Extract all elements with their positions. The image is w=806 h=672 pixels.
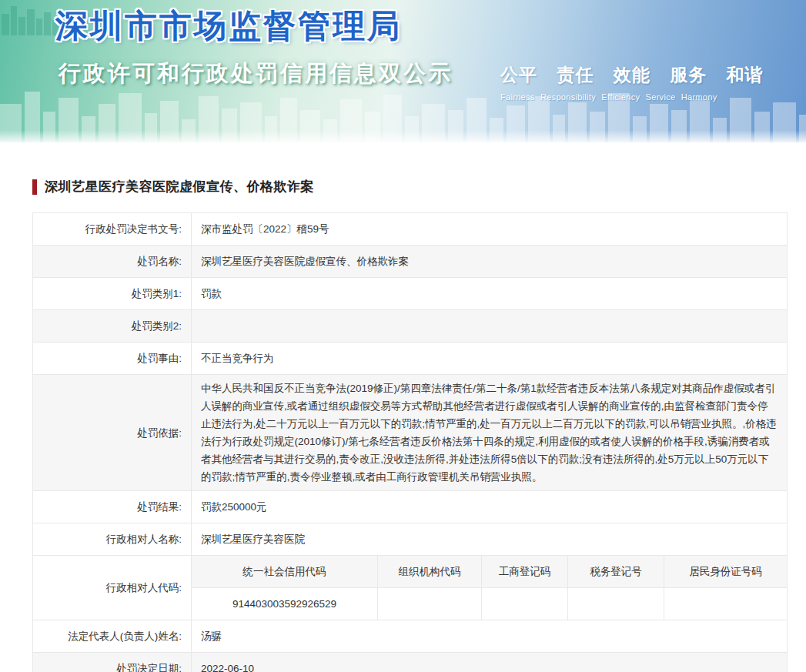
row-label: 处罚名称: — [33, 246, 192, 278]
main-content: 深圳艺星医疗美容医院虚假宣传、价格欺诈案 行政处罚决定书文号: 深市监处罚〔20… — [0, 178, 806, 672]
row-label: 处罚结果: — [33, 491, 192, 523]
code-column-header: 税务登记号 — [568, 556, 664, 588]
row-value: 中华人民共和国反不正当竞争法(2019修正)/第四章法律责任/第二十条/第1款经… — [192, 375, 788, 491]
table-row: 处罚事由: 不正当竞争行为 — [33, 343, 788, 375]
slogan-en: Fairness Responsibility Efficiency Servi… — [500, 92, 778, 102]
code-column-header: 工商登记码 — [482, 556, 568, 588]
table-row: 处罚依据: 中华人民共和国反不正当竞争法(2019修正)/第四章法律责任/第二十… — [33, 375, 788, 491]
row-value: 深圳艺星医疗美容医院 — [192, 523, 788, 556]
table-row: 处罚名称: 深圳艺星医疗美容医院虚假宣传、价格欺诈案 — [33, 246, 788, 278]
code-column-header: 组织机构代码 — [378, 556, 482, 588]
table-row: 处罚结果: 罚款250000元 — [33, 491, 788, 523]
row-value: 深圳艺星医疗美容医院虚假宣传、价格欺诈案 — [192, 246, 788, 278]
table-row: 行政处罚决定书文号: 深市监处罚〔2022〕稽59号 — [33, 213, 788, 246]
row-value: 2022-06-10 — [192, 653, 788, 672]
code-value: 914403003592926529 — [192, 588, 378, 620]
page-title: 深圳艺星医疗美容医院虚假宣传、价格欺诈案 — [45, 178, 314, 196]
page-title-row: 深圳艺星医疗美容医院虚假宣传、价格欺诈案 — [32, 178, 787, 196]
row-label: 处罚事由: — [33, 343, 192, 375]
row-label: 处罚类别1: — [33, 278, 192, 310]
row-value — [192, 310, 788, 343]
header-bottom-fade — [0, 130, 806, 142]
code-value — [482, 588, 568, 620]
code-value — [378, 588, 482, 620]
table-row: 法定代表人(负责人)姓名: 汤骣 — [33, 620, 788, 653]
row-label: 法定代表人(负责人)姓名: — [33, 620, 192, 653]
code-column-header: 居民身份证号码 — [664, 556, 788, 588]
row-label: 行政相对人代码: — [33, 556, 192, 620]
row-value: 不正当竞争行为 — [192, 343, 788, 375]
code-value — [568, 588, 664, 620]
row-value: 罚款250000元 — [192, 491, 788, 523]
title-accent-bar — [32, 179, 37, 195]
table-row: 处罚类别1: 罚款 — [33, 278, 788, 310]
site-header: 深圳市市场监督管理局 行政许可和行政处罚信用信息双公示 公平 责任 效能 服务 … — [0, 0, 806, 142]
slogan-block: 公平 责任 效能 服务 和谐 Fairness Responsibility E… — [500, 63, 778, 102]
row-label: 行政相对人名称: — [33, 523, 192, 556]
table-row-code-header: 行政相对人代码: 统一社会信用代码 组织机构代码 工商登记码 税务登记号 居民身… — [33, 556, 788, 588]
slogan-cn: 公平 责任 效能 服务 和谐 — [500, 63, 778, 87]
penalty-info-table: 行政处罚决定书文号: 深市监处罚〔2022〕稽59号 处罚名称: 深圳艺星医疗美… — [32, 212, 788, 672]
code-value — [664, 588, 788, 620]
row-value: 汤骣 — [192, 620, 788, 653]
code-column-header: 统一社会信用代码 — [192, 556, 378, 588]
row-label: 行政处罚决定书文号: — [33, 213, 192, 246]
table-row: 处罚类别2: — [33, 310, 788, 343]
row-label: 处罚决定日期: — [33, 653, 192, 672]
table-row: 行政相对人名称: 深圳艺星医疗美容医院 — [33, 523, 788, 556]
row-value: 罚款 — [192, 278, 788, 310]
row-label: 处罚类别2: — [33, 310, 192, 343]
table-row: 处罚决定日期: 2022-06-10 — [33, 653, 788, 672]
site-subtitle: 行政许可和行政处罚信用信息双公示 — [59, 59, 453, 89]
site-title: 深圳市市场监督管理局 — [55, 5, 402, 48]
row-value: 深市监处罚〔2022〕稽59号 — [192, 213, 788, 246]
row-label: 处罚依据: — [33, 375, 192, 491]
